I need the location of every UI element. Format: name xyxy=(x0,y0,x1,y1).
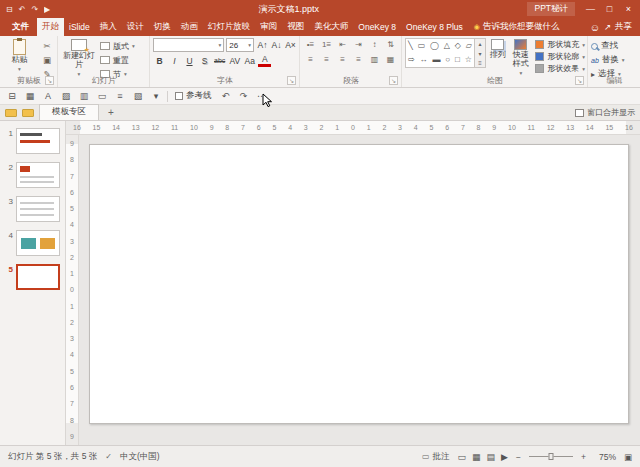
slide-thumbnail[interactable] xyxy=(16,230,60,256)
shape-option-icon[interactable]: ⇨ xyxy=(408,56,415,64)
redo-icon[interactable]: ↷ xyxy=(31,5,38,14)
slide-thumbnail[interactable] xyxy=(16,264,60,290)
close-button[interactable]: × xyxy=(619,1,638,17)
align-right-icon[interactable]: ≡ xyxy=(335,53,350,66)
guides-toggle[interactable]: 参考线 xyxy=(172,90,215,102)
more-icon[interactable]: ⋯ xyxy=(255,91,269,101)
slide-thumbnail[interactable] xyxy=(16,128,60,154)
copy-icon[interactable]: ▣ xyxy=(39,54,55,66)
increase-indent-icon[interactable]: ⇥ xyxy=(351,38,366,51)
paste-button[interactable]: 粘贴 ▾ xyxy=(3,38,36,72)
shape-icon[interactable]: ▭ xyxy=(95,91,109,101)
shape-option-icon[interactable]: △ xyxy=(444,42,450,50)
minimize-button[interactable]: — xyxy=(581,1,600,17)
decrease-font-icon[interactable]: A↓ xyxy=(270,39,283,52)
font-size-select[interactable]: 26 ▾ xyxy=(226,38,254,52)
comments-button[interactable]: ▭ 批注 xyxy=(422,451,450,463)
shape-option-icon[interactable]: ☆ xyxy=(465,56,472,64)
text-direction-icon[interactable]: ⇅ xyxy=(383,38,398,51)
paragraph-dialog-launcher-icon[interactable]: ↘ xyxy=(389,76,398,85)
tab-home[interactable]: 开始 xyxy=(37,18,64,36)
undo-icon[interactable]: ↶ xyxy=(19,5,26,14)
dropdown-icon[interactable]: ▾ xyxy=(149,91,163,101)
tab-animations[interactable]: 动画 xyxy=(176,18,203,36)
start-slideshow-icon[interactable]: ▶ xyxy=(44,5,50,14)
drawing-dialog-launcher-icon[interactable]: ↘ xyxy=(575,76,584,85)
shape-option-icon[interactable]: ╲ xyxy=(408,42,413,50)
shape-option-icon[interactable]: ◇ xyxy=(455,42,461,50)
cut-icon[interactable]: ✂ xyxy=(39,40,55,52)
save-icon[interactable]: ⊟ xyxy=(5,91,19,101)
share-button[interactable]: ☺ ↗ 共享 xyxy=(582,18,640,36)
shape-option-icon[interactable]: ◯ xyxy=(430,42,439,50)
tab-design[interactable]: 设计 xyxy=(122,18,149,36)
zoom-out-button[interactable]: − xyxy=(516,452,521,462)
align-left-icon[interactable]: ≡ xyxy=(303,53,318,66)
slide-thumbnail[interactable] xyxy=(16,162,60,188)
redo-icon[interactable]: ↷ xyxy=(237,91,251,101)
justify-icon[interactable]: ≡ xyxy=(351,53,366,66)
font-name-select[interactable]: ▾ xyxy=(153,38,224,52)
tab-file[interactable]: 文件 xyxy=(4,18,37,36)
tab-islide[interactable]: iSlide xyxy=(64,18,95,36)
picture-icon[interactable]: ▨ xyxy=(59,91,73,101)
current-slide[interactable] xyxy=(89,144,629,424)
zoom-slider-handle[interactable] xyxy=(549,453,554,460)
bold-button[interactable]: B xyxy=(153,54,166,67)
shape-option-icon[interactable]: ▬ xyxy=(432,56,440,64)
slide-thumbnail-panel[interactable]: 12345 xyxy=(0,121,66,445)
undo-icon[interactable]: ↶ xyxy=(219,91,233,101)
add-tab-button[interactable]: + xyxy=(104,107,118,118)
align-center-icon[interactable]: ≡ xyxy=(319,53,334,66)
char-spacing-button[interactable]: AV xyxy=(228,54,241,67)
underline-button[interactable]: U xyxy=(183,54,196,67)
decrease-indent-icon[interactable]: ⇤ xyxy=(335,38,350,51)
shape-effects-button[interactable]: 形状效果▾ xyxy=(535,63,585,74)
replace-button[interactable]: ab替换▾ xyxy=(591,54,625,66)
slide-thumbnail[interactable] xyxy=(16,196,60,222)
zoom-level[interactable]: 75% xyxy=(594,452,616,462)
reading-view-icon[interactable]: ▤ xyxy=(487,452,496,462)
folder-open-icon[interactable] xyxy=(22,109,34,117)
normal-view-icon[interactable]: ▭ xyxy=(458,452,467,462)
line-spacing-icon[interactable]: ↕ xyxy=(367,38,382,51)
editing-canvas[interactable] xyxy=(79,135,640,445)
font-color-button[interactable]: A xyxy=(258,55,271,67)
folder-icon[interactable] xyxy=(5,109,17,117)
shape-option-icon[interactable]: ▭ xyxy=(418,42,426,50)
find-button[interactable]: 查找 xyxy=(591,40,625,52)
columns-icon[interactable]: ▥ xyxy=(367,53,382,66)
new-slide-button[interactable]: 新建幻灯片 ▾ xyxy=(61,38,97,77)
shape-option-icon[interactable]: ▱ xyxy=(466,42,472,50)
zoom-slider[interactable] xyxy=(529,456,573,457)
gallery-scroll-icon[interactable]: ≡ xyxy=(478,60,482,66)
shapes-gallery[interactable]: ╲▭◯△◇▱⇨↔▬○□☆ xyxy=(405,38,475,68)
font-dialog-launcher-icon[interactable]: ↘ xyxy=(287,76,296,85)
color-icon[interactable]: ▧ xyxy=(131,91,145,101)
italic-button[interactable]: I xyxy=(168,54,181,67)
table-icon[interactable]: ▥ xyxy=(77,91,91,101)
window-merge-toggle[interactable]: 窗口合并显示 xyxy=(575,107,635,118)
change-case-button[interactable]: Aa xyxy=(243,54,256,67)
tab-onekey8plus[interactable]: OneKey 8 Plus xyxy=(401,18,468,36)
align-icon[interactable]: ≡ xyxy=(113,91,127,101)
tab-transitions[interactable]: 切换 xyxy=(149,18,176,36)
numbering-icon[interactable]: 1≡ xyxy=(319,38,334,51)
shapes-gallery-scrollbar[interactable]: ▴▾≡ xyxy=(475,38,486,68)
shape-option-icon[interactable]: ○ xyxy=(445,56,450,64)
save-icon[interactable]: ⊟ xyxy=(6,5,13,14)
spellcheck-icon[interactable]: ✓ xyxy=(105,452,112,461)
zoom-in-button[interactable]: + xyxy=(581,452,586,462)
tab-slideshow[interactable]: 幻灯片放映 xyxy=(203,18,256,36)
smartart-icon[interactable]: ▦ xyxy=(383,53,398,66)
slideshow-view-icon[interactable]: ▶ xyxy=(501,452,508,462)
textbox-icon[interactable]: A xyxy=(41,91,55,101)
strikethrough-button[interactable]: abc xyxy=(213,54,226,67)
guides-checkbox[interactable] xyxy=(175,92,183,100)
tab-onekey8[interactable]: OneKey 8 xyxy=(353,18,401,36)
ppt-plugin-button[interactable]: PPT秘计 xyxy=(527,2,575,16)
tab-insert[interactable]: 插入 xyxy=(95,18,122,36)
shape-fill-button[interactable]: 形状填充▾ xyxy=(535,39,585,50)
clipboard-dialog-launcher-icon[interactable]: ↘ xyxy=(45,76,54,85)
slide-sorter-view-icon[interactable]: ▦ xyxy=(472,452,481,462)
